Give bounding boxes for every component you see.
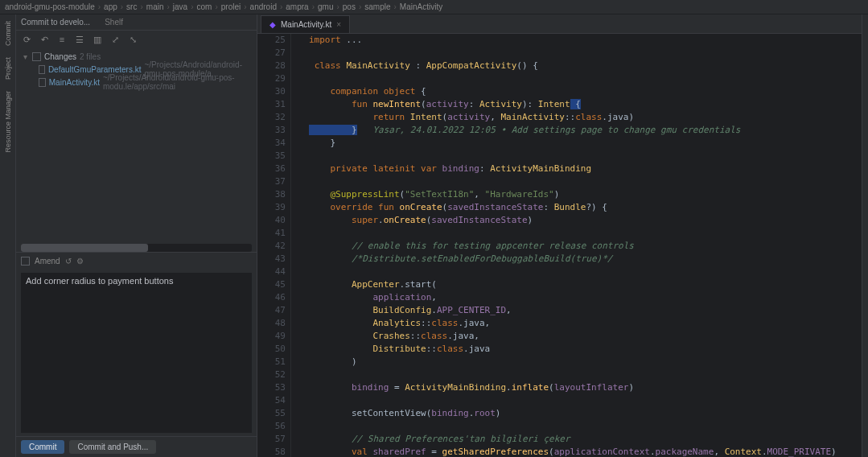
line-number: 49 bbox=[262, 330, 286, 343]
collapse-icon[interactable]: ⤡ bbox=[127, 34, 138, 45]
line-number: 51 bbox=[262, 356, 286, 368]
changed-file-row[interactable]: MainActivity.kt ~/Projects/Android/andro… bbox=[16, 76, 257, 89]
code-line[interactable] bbox=[309, 47, 862, 60]
diff-icon[interactable]: ≡ bbox=[56, 34, 68, 45]
code-line[interactable] bbox=[309, 227, 862, 240]
checkbox[interactable] bbox=[39, 78, 46, 87]
code-area[interactable]: import ... class MainActivity : AppCompa… bbox=[304, 34, 862, 457]
gear-icon[interactable]: ⚙ bbox=[76, 257, 84, 266]
editor-tab[interactable]: ◆ MainActivity.kt × bbox=[261, 15, 350, 33]
editor-tab-label: MainActivity.kt bbox=[281, 20, 331, 29]
code-line[interactable]: // Shared Preferences'tan bilgileri çeke… bbox=[309, 433, 862, 446]
code-line[interactable] bbox=[309, 394, 862, 407]
line-number: 27 bbox=[262, 47, 286, 60]
breadcrumb-segment[interactable]: com bbox=[197, 2, 212, 11]
breadcrumb-segment[interactable]: android-gmu-pos-module bbox=[5, 2, 95, 11]
tool-tab-commit[interactable]: Commit bbox=[4, 18, 12, 49]
breadcrumb-segment[interactable]: sample bbox=[364, 2, 390, 11]
line-number: 39 bbox=[262, 201, 286, 214]
breadcrumb-segment[interactable]: app bbox=[104, 2, 117, 11]
commit-button[interactable]: Commit bbox=[21, 440, 64, 454]
code-line[interactable]: Crashes::class.java, bbox=[309, 330, 862, 343]
breadcrumb-segment[interactable]: src bbox=[126, 2, 137, 11]
code-line[interactable]: @SuppressLint("SetTextI18n", "HardwareId… bbox=[309, 188, 862, 201]
file-path: ~/Projects/Android/android-gmu-pos-modu.… bbox=[103, 73, 257, 91]
code-line[interactable]: Distribute::class.java bbox=[309, 343, 862, 356]
commit-message-input[interactable] bbox=[21, 273, 252, 433]
code-line[interactable]: BuildConfig.APP_CENTER_ID, bbox=[309, 304, 862, 317]
code-line[interactable]: application, bbox=[309, 291, 862, 304]
checkbox[interactable] bbox=[39, 65, 45, 74]
checkbox[interactable] bbox=[32, 52, 41, 61]
code-line[interactable]: // enable this for testing appcenter rel… bbox=[309, 240, 862, 253]
line-number: 34 bbox=[262, 137, 286, 150]
line-number: 43 bbox=[262, 253, 286, 266]
code-line[interactable]: super.onCreate(savedInstanceState) bbox=[309, 214, 862, 227]
expand-icon[interactable]: ⤢ bbox=[109, 34, 121, 45]
code-line[interactable] bbox=[309, 420, 862, 433]
code-line[interactable]: import ... bbox=[309, 34, 862, 47]
breadcrumb-segment[interactable]: android bbox=[250, 2, 277, 11]
line-number: 47 bbox=[262, 304, 286, 317]
line-number: 46 bbox=[262, 291, 286, 304]
line-number-gutter: 2527282930313233343536373839404142434445… bbox=[257, 34, 291, 457]
breadcrumb-segment[interactable]: pos bbox=[343, 2, 356, 11]
horizontal-scrollbar[interactable] bbox=[21, 244, 252, 252]
commit-and-push-button[interactable]: Commit and Push... bbox=[69, 440, 156, 454]
code-line[interactable]: override fun onCreate(savedInstanceState… bbox=[309, 201, 862, 214]
code-line[interactable]: } bbox=[309, 137, 862, 150]
code-line[interactable] bbox=[309, 266, 862, 278]
breadcrumb-segment[interactable]: java bbox=[173, 2, 187, 11]
line-number: 45 bbox=[262, 278, 286, 291]
line-number: 58 bbox=[262, 446, 286, 457]
group-icon[interactable]: ▥ bbox=[92, 34, 103, 45]
rollback-icon[interactable]: ↶ bbox=[39, 34, 50, 45]
editor-tabs: ◆ MainActivity.kt × bbox=[257, 14, 862, 34]
breadcrumb-segment[interactable]: MainActivity bbox=[400, 2, 442, 11]
code-line[interactable]: private lateinit var binding: ActivityMa… bbox=[309, 163, 862, 175]
code-line[interactable] bbox=[309, 72, 862, 85]
commit-tool-window: Commit to develo... Shelf ⟳ ↶ ≡ ☰ ▥ ⤢ ⤡ … bbox=[16, 14, 257, 457]
code-line[interactable]: fun newIntent(activity: Activity): Inten… bbox=[309, 98, 862, 111]
commit-tab-active[interactable]: Commit to develo... bbox=[21, 18, 90, 27]
changelist-icon[interactable]: ☰ bbox=[74, 34, 85, 45]
close-icon[interactable]: × bbox=[336, 20, 341, 29]
breadcrumb-segment[interactable]: gmu bbox=[318, 2, 333, 11]
line-number: 41 bbox=[262, 227, 286, 240]
code-line[interactable]: } Yasar, 24.01.2022 12:05 • Add settings… bbox=[309, 124, 862, 137]
code-line[interactable]: setContentView(binding.root) bbox=[309, 407, 862, 420]
line-number: 35 bbox=[262, 150, 286, 163]
code-line[interactable]: binding = ActivityMainBinding.inflate(la… bbox=[309, 381, 862, 394]
file-name: MainActivity.kt bbox=[49, 78, 100, 87]
code-line[interactable]: class MainActivity : AppCompatActivity()… bbox=[309, 60, 862, 72]
line-number: 54 bbox=[262, 394, 286, 407]
line-number: 31 bbox=[262, 98, 286, 111]
breadcrumb-segment[interactable]: main bbox=[146, 2, 164, 11]
code-line[interactable]: Analytics::class.java, bbox=[309, 317, 862, 330]
tool-tab-project[interactable]: Project bbox=[4, 54, 12, 83]
code-line[interactable] bbox=[309, 175, 862, 188]
refresh-icon[interactable]: ⟳ bbox=[21, 34, 32, 45]
code-line[interactable]: /*Distribute.setEnabledForDebuggableBuil… bbox=[309, 253, 862, 266]
code-line[interactable]: ) bbox=[309, 356, 862, 368]
code-line[interactable]: val sharedPref = getSharedPreferences(ap… bbox=[309, 446, 862, 457]
amend-label: Amend bbox=[35, 257, 60, 266]
shelf-tab[interactable]: Shelf bbox=[105, 18, 123, 27]
history-icon[interactable]: ↺ bbox=[65, 257, 72, 266]
code-line[interactable] bbox=[309, 368, 862, 381]
right-gutter bbox=[862, 14, 868, 457]
tool-tab-resource-manager[interactable]: Resource Manager bbox=[4, 88, 12, 156]
line-number: 40 bbox=[262, 214, 286, 227]
breadcrumb-segment[interactable]: prolei bbox=[221, 2, 241, 11]
chevron-down-icon[interactable]: ▾ bbox=[21, 52, 29, 61]
line-number: 28 bbox=[262, 60, 286, 72]
code-line[interactable]: companion object { bbox=[309, 85, 862, 98]
line-number: 52 bbox=[262, 368, 286, 381]
code-line[interactable]: AppCenter.start( bbox=[309, 278, 862, 291]
code-line[interactable]: return Intent(activity, MainActivity::cl… bbox=[309, 111, 862, 124]
code-line[interactable] bbox=[309, 150, 862, 163]
breadcrumb: android-gmu-pos-module›app›src›main›java… bbox=[0, 0, 868, 14]
line-number: 33 bbox=[262, 124, 286, 137]
breadcrumb-segment[interactable]: ampra bbox=[286, 2, 308, 11]
amend-checkbox[interactable] bbox=[21, 257, 30, 266]
